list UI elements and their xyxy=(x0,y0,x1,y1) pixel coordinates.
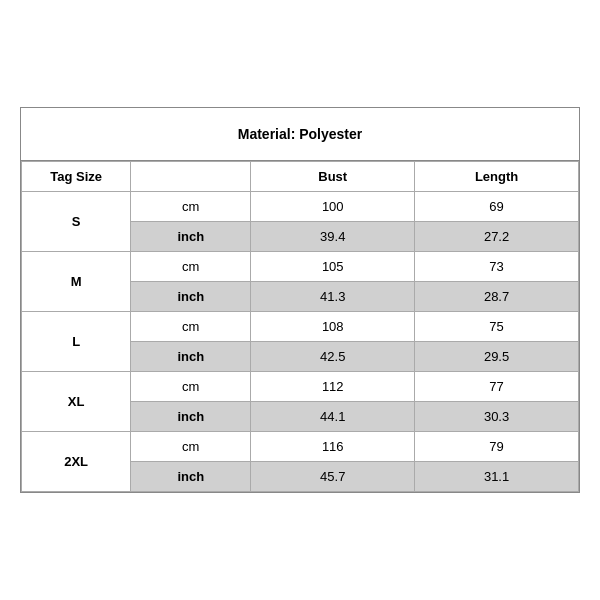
bust-cm: 100 xyxy=(251,192,415,222)
bust-inch: 41.3 xyxy=(251,282,415,312)
length-inch: 29.5 xyxy=(415,342,579,372)
table-row: Lcm10875 xyxy=(22,312,579,342)
header-bust: Bust xyxy=(251,162,415,192)
table-row: Scm10069 xyxy=(22,192,579,222)
length-inch: 31.1 xyxy=(415,462,579,492)
length-cm: 69 xyxy=(415,192,579,222)
bust-inch: 45.7 xyxy=(251,462,415,492)
size-label: M xyxy=(22,252,131,312)
length-cm: 75 xyxy=(415,312,579,342)
unit-inch: inch xyxy=(131,222,251,252)
bust-cm: 105 xyxy=(251,252,415,282)
unit-inch: inch xyxy=(131,462,251,492)
table-row: Mcm10573 xyxy=(22,252,579,282)
bust-inch: 42.5 xyxy=(251,342,415,372)
unit-inch: inch xyxy=(131,342,251,372)
length-cm: 79 xyxy=(415,432,579,462)
bust-inch: 44.1 xyxy=(251,402,415,432)
bust-cm: 112 xyxy=(251,372,415,402)
unit-inch: inch xyxy=(131,282,251,312)
unit-inch: inch xyxy=(131,402,251,432)
table-row: 2XLcm11679 xyxy=(22,432,579,462)
length-inch: 27.2 xyxy=(415,222,579,252)
unit-cm: cm xyxy=(131,372,251,402)
size-label: S xyxy=(22,192,131,252)
table-row: XLcm11277 xyxy=(22,372,579,402)
chart-title: Material: Polyester xyxy=(21,108,579,161)
bust-inch: 39.4 xyxy=(251,222,415,252)
header-length: Length xyxy=(415,162,579,192)
bust-cm: 116 xyxy=(251,432,415,462)
bust-cm: 108 xyxy=(251,312,415,342)
size-label: XL xyxy=(22,372,131,432)
length-cm: 77 xyxy=(415,372,579,402)
header-unit-col xyxy=(131,162,251,192)
unit-cm: cm xyxy=(131,252,251,282)
length-cm: 73 xyxy=(415,252,579,282)
size-label: L xyxy=(22,312,131,372)
header-tag-size: Tag Size xyxy=(22,162,131,192)
size-chart-container: Material: Polyester Tag Size Bust Length… xyxy=(20,107,580,493)
size-label: 2XL xyxy=(22,432,131,492)
unit-cm: cm xyxy=(131,312,251,342)
length-inch: 28.7 xyxy=(415,282,579,312)
length-inch: 30.3 xyxy=(415,402,579,432)
unit-cm: cm xyxy=(131,192,251,222)
unit-cm: cm xyxy=(131,432,251,462)
size-table: Tag Size Bust Length Scm10069inch39.427.… xyxy=(21,161,579,492)
